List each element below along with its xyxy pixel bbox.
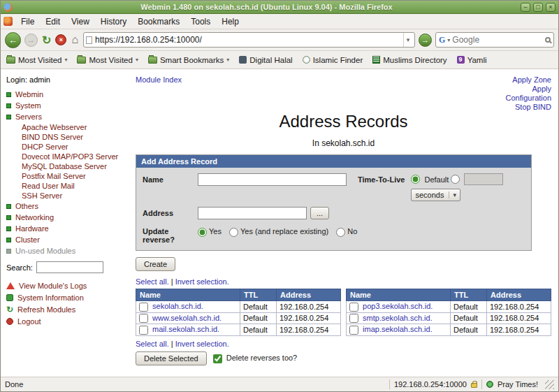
sidebar-item-label[interactable]: Others bbox=[15, 202, 38, 210]
footer-link-label[interactable]: Refresh Modules bbox=[17, 305, 75, 314]
delete-reverses-option[interactable]: Delete reverses too? bbox=[213, 354, 298, 363]
bookmark-most-visited-1[interactable]: Most Visited ▾ bbox=[6, 56, 67, 64]
apply-zone-link[interactable]: Apply Zone bbox=[512, 75, 551, 84]
back-button[interactable]: ← bbox=[5, 32, 21, 48]
record-checkbox[interactable] bbox=[139, 314, 148, 323]
sidebar-item-label[interactable]: Webmin bbox=[15, 90, 43, 99]
view-module-logs-link[interactable]: View Module's Logs bbox=[6, 282, 131, 290]
module-link[interactable]: BIND DNS Server bbox=[22, 133, 83, 141]
select-all-link[interactable]: Select all. bbox=[136, 340, 169, 348]
address-input[interactable] bbox=[198, 207, 307, 219]
sidebar-item-label[interactable]: Servers bbox=[15, 112, 42, 121]
footer-link-label[interactable]: Logout bbox=[17, 317, 41, 326]
sidebar-item-label[interactable]: Networking bbox=[15, 213, 54, 222]
delete-reverses-checkbox[interactable] bbox=[213, 354, 222, 363]
url-input[interactable] bbox=[95, 35, 400, 45]
sidebar-item-webmin[interactable]: Webmin bbox=[6, 89, 131, 100]
ttl-default-radio[interactable] bbox=[411, 175, 420, 184]
module-link[interactable]: Read User Mail bbox=[22, 182, 75, 190]
module-link[interactable]: Dovecot IMAP/POP3 Server bbox=[22, 152, 118, 161]
record-checkbox[interactable] bbox=[349, 326, 358, 335]
web-search-input[interactable] bbox=[452, 35, 543, 45]
sidebar-search-input[interactable] bbox=[36, 261, 103, 273]
bookmark-smart-bookmarks[interactable]: Smart Bookmarks ▾ bbox=[148, 56, 229, 64]
update-yes-radio[interactable] bbox=[198, 228, 207, 237]
ttl-custom-radio[interactable] bbox=[451, 175, 460, 184]
footer-link-label[interactable]: View Module's Logs bbox=[19, 282, 87, 290]
invert-selection-link[interactable]: Invert selection. bbox=[175, 277, 229, 286]
invert-selection-link[interactable]: Invert selection. bbox=[175, 340, 229, 348]
resize-grip[interactable] bbox=[545, 380, 554, 389]
forward-button[interactable]: → bbox=[24, 34, 38, 47]
sidebar-item-label[interactable]: Hardware bbox=[15, 224, 49, 233]
search-bar[interactable]: G ▾ bbox=[435, 32, 554, 48]
module-link[interactable]: DHCP Server bbox=[22, 143, 68, 151]
reload-icon[interactable]: ↻ bbox=[41, 34, 52, 47]
update-no-radio[interactable] bbox=[336, 228, 345, 237]
sidebar-module-postfix[interactable]: Postfix Mail Server bbox=[6, 171, 131, 181]
module-link[interactable]: SSH Server bbox=[22, 191, 62, 200]
bookmark-most-visited-2[interactable]: Most Visited ▾ bbox=[77, 56, 138, 64]
window-titlebar[interactable]: Webmin 1.480 on sekolah.sch.id (Ubuntu L… bbox=[1, 1, 558, 14]
sidebar-item-hardware[interactable]: Hardware bbox=[6, 223, 131, 234]
bookmark-islamic-finder[interactable]: Islamic Finder bbox=[303, 56, 363, 64]
ttl-units-select[interactable]: seconds ▾ bbox=[411, 189, 460, 201]
sidebar-module-apache[interactable]: Apache Webserver bbox=[6, 122, 131, 132]
go-button[interactable]: → bbox=[419, 34, 432, 47]
sidebar-module-dhcp[interactable]: DHCP Server bbox=[6, 142, 131, 152]
search-engine-dropdown-icon[interactable]: ▾ bbox=[447, 37, 450, 43]
system-information-link[interactable]: System Information bbox=[6, 293, 131, 302]
ttl-value-input[interactable] bbox=[464, 173, 503, 185]
sidebar-item-servers[interactable]: Servers bbox=[6, 111, 131, 122]
update-yes-option[interactable]: Yes bbox=[198, 227, 222, 235]
menu-tools[interactable]: Tools bbox=[186, 15, 215, 29]
stop-button[interactable]: × bbox=[55, 34, 66, 45]
update-yes-replace-option[interactable]: Yes (and replace existing) bbox=[229, 227, 328, 235]
search-icon[interactable] bbox=[545, 37, 551, 43]
sidebar-item-unused-modules[interactable]: Un-used Modules bbox=[6, 245, 131, 256]
record-name-link[interactable]: www.sekolah.sch.id. bbox=[152, 314, 222, 322]
record-name-link[interactable]: smtp.sekolah.sch.id. bbox=[363, 314, 433, 322]
logout-link[interactable]: Logout bbox=[6, 317, 131, 326]
menu-history[interactable]: History bbox=[96, 15, 131, 29]
sidebar-item-label[interactable]: Cluster bbox=[15, 235, 40, 244]
menu-view[interactable]: View bbox=[66, 15, 94, 29]
sidebar-module-ssh[interactable]: SSH Server bbox=[6, 191, 131, 201]
delete-selected-button[interactable]: Delete Selected bbox=[136, 351, 207, 365]
sidebar-item-networking[interactable]: Networking bbox=[6, 212, 131, 223]
stop-bind-link[interactable]: Stop BIND bbox=[515, 103, 551, 111]
home-icon[interactable]: ⌂ bbox=[70, 34, 80, 46]
record-name-link[interactable]: sekolah.sch.id. bbox=[152, 302, 203, 310]
module-link[interactable]: Apache Webserver bbox=[22, 123, 87, 131]
sidebar-module-bind-dns[interactable]: BIND DNS Server bbox=[6, 132, 131, 142]
sidebar-module-mysql[interactable]: MySQL Database Server bbox=[6, 161, 131, 171]
sidebar-item-cluster[interactable]: Cluster bbox=[6, 234, 131, 245]
record-checkbox[interactable] bbox=[349, 303, 358, 312]
record-checkbox[interactable] bbox=[349, 314, 358, 323]
footer-link-label[interactable]: System Information bbox=[17, 293, 84, 302]
bookmark-muslims-directory[interactable]: Muslims Directory bbox=[372, 56, 447, 64]
record-checkbox[interactable] bbox=[139, 303, 148, 312]
sidebar-item-system[interactable]: System bbox=[6, 100, 131, 111]
refresh-modules-link[interactable]: ↻ Refresh Modules bbox=[6, 305, 131, 314]
pray-times-label[interactable]: Pray Times! bbox=[498, 380, 538, 389]
module-link[interactable]: Postfix Mail Server bbox=[22, 172, 86, 180]
record-name-link[interactable]: imap.sekolah.sch.id. bbox=[363, 325, 433, 333]
name-input[interactable] bbox=[198, 173, 347, 186]
maximize-button[interactable]: □ bbox=[533, 3, 543, 12]
menu-edit[interactable]: Edit bbox=[41, 15, 65, 29]
minimize-button[interactable]: – bbox=[521, 3, 530, 12]
module-link[interactable]: MySQL Database Server bbox=[22, 162, 107, 170]
menu-bookmarks[interactable]: Bookmarks bbox=[133, 15, 184, 29]
sidebar-item-label[interactable]: System bbox=[15, 101, 41, 110]
bookmark-yamli[interactable]: Yamli bbox=[457, 56, 487, 64]
close-button[interactable]: × bbox=[546, 3, 556, 12]
sidebar-item-label[interactable]: Un-used Modules bbox=[15, 247, 75, 255]
create-button[interactable]: Create bbox=[136, 257, 175, 271]
module-index-link[interactable]: Module Index bbox=[136, 75, 182, 84]
update-yes-replace-radio[interactable] bbox=[229, 228, 238, 237]
record-checkbox[interactable] bbox=[139, 326, 148, 335]
url-dropdown-icon[interactable]: ▾ bbox=[403, 33, 412, 47]
select-all-link[interactable]: Select all. bbox=[136, 277, 169, 286]
record-name-link[interactable]: pop3.sekolah.sch.id. bbox=[363, 302, 433, 310]
